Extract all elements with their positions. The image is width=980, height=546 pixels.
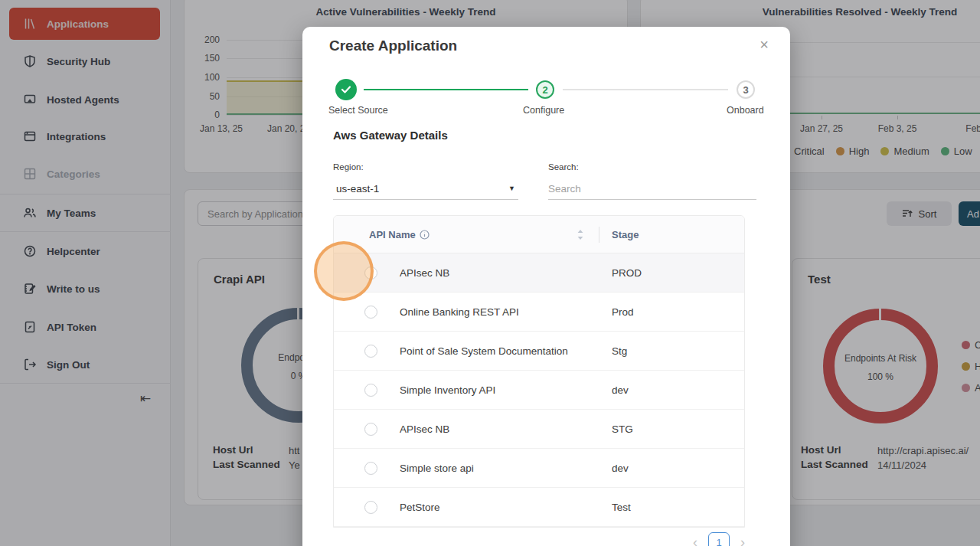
close-icon[interactable]: × (760, 36, 769, 54)
step-select-source[interactable] (335, 79, 357, 100)
table-row[interactable]: Simple Inventory API dev (334, 371, 744, 410)
previous-page-icon[interactable]: ‹ (693, 535, 697, 546)
column-divider (599, 227, 599, 243)
region-value: us-east-1 (336, 183, 379, 195)
table-row[interactable]: Online Banking REST API Prod (334, 293, 744, 332)
api-search-input[interactable] (548, 178, 756, 200)
row-radio[interactable] (364, 306, 377, 319)
step-connector-todo (563, 89, 728, 90)
region-select[interactable]: us-east-1 ▼ (333, 178, 518, 200)
click-highlight-indicator (314, 241, 374, 301)
search-label: Search: (548, 162, 579, 172)
row-radio[interactable] (364, 462, 377, 475)
step-connector-done (364, 89, 528, 90)
table-header: API Name Stage (334, 216, 744, 253)
step-label-select-source: Select Source (328, 105, 388, 116)
row-radio[interactable] (364, 345, 377, 358)
column-header-stage[interactable]: Stage (612, 229, 639, 240)
api-table: API Name Stage APIsec NB PROD Online Ban… (333, 215, 745, 528)
page-number[interactable]: 1 (708, 532, 730, 546)
sort-arrows-icon (577, 229, 584, 240)
dropdown-caret-icon: ▼ (508, 185, 515, 192)
create-application-modal: Create Application × 2 3 Select Source C… (302, 27, 790, 546)
table-row[interactable]: Point of Sale System Documentation Stg (334, 332, 744, 371)
next-page-icon[interactable]: › (740, 535, 745, 546)
section-title: Aws Gateway Details (333, 129, 448, 142)
row-radio[interactable] (364, 423, 377, 436)
info-icon (420, 230, 430, 240)
sort-arrows-icon[interactable] (577, 229, 584, 244)
column-header-api-name[interactable]: API Name (369, 229, 430, 240)
table-row[interactable]: Simple store api dev (334, 449, 744, 488)
step-configure[interactable]: 2 (536, 80, 554, 99)
table-row[interactable]: APIsec NB PROD (334, 253, 744, 293)
step-label-onboard: Onboard (727, 105, 764, 116)
modal-title: Create Application (329, 38, 457, 54)
pagination: ‹ 1 › (333, 532, 745, 546)
check-icon (341, 85, 351, 94)
row-radio[interactable] (364, 384, 377, 397)
step-label-configure: Configure (523, 105, 564, 116)
table-row[interactable]: PetStore Test (334, 488, 744, 527)
table-row[interactable]: APIsec NB STG (334, 410, 744, 449)
step-onboard[interactable]: 3 (737, 80, 755, 99)
app-screen: Applications Security Hub Hosted Agents … (0, 0, 980, 546)
row-radio[interactable] (364, 501, 377, 514)
region-label: Region: (333, 162, 364, 172)
